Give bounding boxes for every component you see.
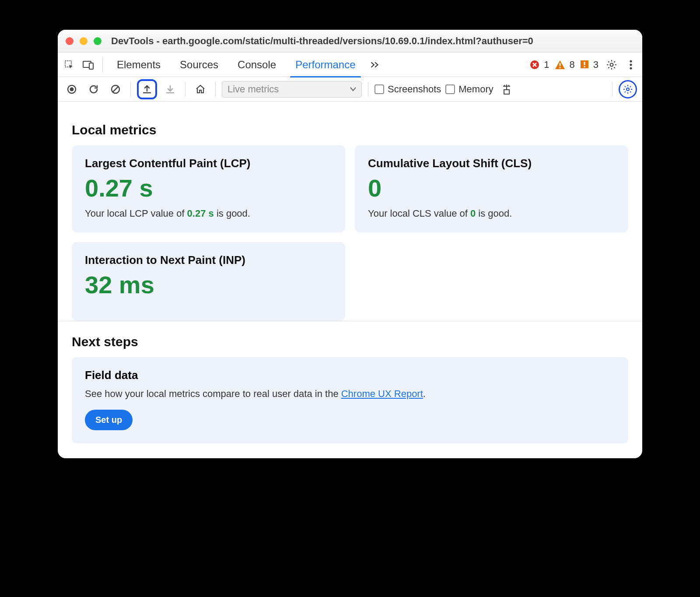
issues-count[interactable] [580,60,589,70]
field-data-pre: See how your local metrics compare to re… [85,388,341,399]
cls-desc: Your local CLS value of 0 is good. [368,208,615,219]
inp-value: 32 ms [85,271,332,298]
cls-desc-post: is good. [476,208,512,219]
field-data-title: Field data [85,369,615,382]
divider [368,82,368,97]
panel-tabs: Elements Sources Console Performance 1 8… [58,53,642,77]
issue-counts[interactable]: 1 8 3 [530,59,601,70]
profile-history-select[interactable]: Live metrics [222,81,362,98]
cls-title: Cumulative Layout Shift (CLS) [368,157,615,170]
warning-count-num: 8 [568,59,578,70]
warning-count[interactable] [555,60,565,70]
titlebar: DevTools - earth.google.com/static/multi… [58,30,642,53]
memory-label: Memory [458,84,493,95]
divider [130,82,131,97]
cls-card: Cumulative Layout Shift (CLS) 0 Your loc… [355,145,628,232]
capture-settings-gear-icon[interactable] [621,82,635,96]
local-metrics-heading: Local metrics [72,123,628,137]
tab-performance[interactable]: Performance [287,53,364,77]
checkbox-icon [374,84,384,94]
traffic-light-minimize[interactable] [80,37,88,45]
lcp-desc-val: 0.27 s [187,208,214,219]
performance-toolbar: Live metrics Screenshots Memory [58,77,642,102]
svg-point-12 [630,67,632,69]
divider [102,57,103,72]
lcp-title: Largest Contentful Paint (LCP) [85,157,332,170]
svg-point-9 [610,63,613,66]
download-profile-icon[interactable] [161,81,179,98]
cls-desc-pre: Your local CLS value of [368,208,470,219]
chevron-down-icon [350,87,356,91]
divider [612,82,612,97]
tab-console[interactable]: Console [229,53,285,77]
set-up-button[interactable]: Set up [85,410,133,430]
upload-profile-icon[interactable] [140,82,154,97]
inp-title: Interaction to Next Paint (INP) [85,253,332,267]
crux-report-link[interactable]: Chrome UX Report [341,388,423,399]
inspect-element-icon[interactable] [60,56,78,74]
tab-sources[interactable]: Sources [171,53,227,77]
settings-gear-icon[interactable] [603,56,620,74]
svg-point-10 [630,60,632,62]
kebab-menu-icon[interactable] [622,56,640,74]
svg-rect-16 [504,90,509,94]
screenshots-checkbox[interactable]: Screenshots [374,84,441,95]
svg-point-11 [630,63,632,66]
field-data-text: See how your local metrics compare to re… [85,386,615,401]
window-title: DevTools - earth.google.com/static/multi… [111,35,533,47]
checkbox-icon [445,84,455,94]
cls-value: 0 [368,175,615,202]
memory-checkbox[interactable]: Memory [445,84,493,95]
svg-rect-2 [89,63,93,69]
devtools-window: DevTools - earth.google.com/static/multi… [58,30,642,458]
screenshots-label: Screenshots [388,84,441,95]
lcp-desc-post: is good. [214,208,250,219]
next-steps-section: Next steps Field data See how your local… [58,321,642,458]
next-steps-heading: Next steps [72,334,628,349]
svg-rect-7 [584,62,585,65]
tab-elements[interactable]: Elements [108,53,169,77]
svg-rect-4 [559,63,560,66]
svg-point-17 [626,88,629,91]
more-tabs-icon[interactable] [366,56,384,74]
upload-highlight [137,79,157,99]
traffic-light-zoom[interactable] [94,37,102,45]
svg-point-14 [70,87,74,91]
select-label: Live metrics [228,84,279,95]
lcp-desc-pre: Your local LCP value of [85,208,187,219]
divider [215,82,216,97]
error-count[interactable] [530,60,539,70]
inp-card: Interaction to Next Paint (INP) 32 ms [72,242,345,321]
reload-record-icon[interactable] [85,81,102,98]
record-icon[interactable] [63,81,80,98]
metric-cards-row2: Interaction to Next Paint (INP) 32 ms [72,232,628,321]
lcp-card: Largest Contentful Paint (LCP) 0.27 s Yo… [72,145,345,232]
issues-count-num: 3 [592,59,601,70]
home-icon[interactable] [192,81,209,98]
svg-rect-8 [584,66,585,67]
divider [185,82,186,97]
error-count-num: 1 [542,59,552,70]
traffic-light-close[interactable] [66,37,74,45]
device-toolbar-icon[interactable] [80,56,97,74]
field-data-card: Field data See how your local metrics co… [72,357,628,443]
metric-cards: Largest Contentful Paint (LCP) 0.27 s Yo… [72,145,628,232]
lcp-value: 0.27 s [85,175,332,202]
cls-desc-val: 0 [470,208,476,219]
clear-icon[interactable] [107,81,124,98]
capture-settings-highlight [619,80,637,98]
performance-landing: Local metrics Largest Contentful Paint (… [58,102,642,321]
lcp-desc: Your local LCP value of 0.27 s is good. [85,208,332,219]
field-data-post: . [423,388,426,399]
garbage-collect-icon[interactable] [498,81,515,98]
svg-rect-5 [559,67,560,68]
